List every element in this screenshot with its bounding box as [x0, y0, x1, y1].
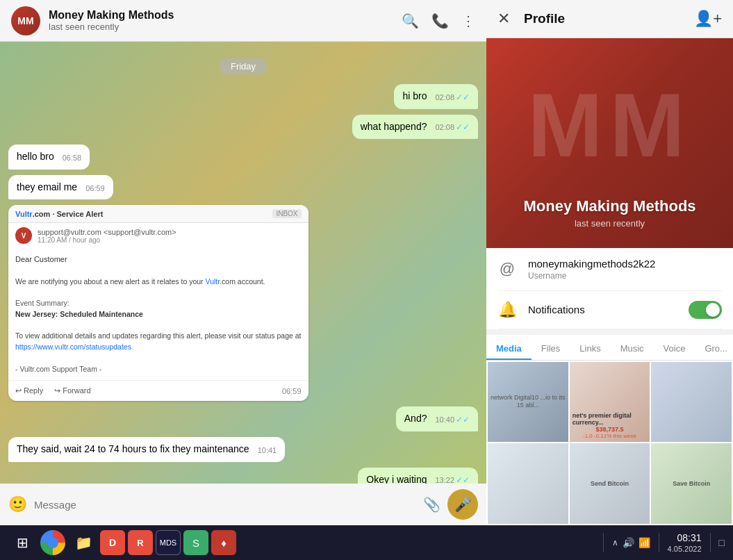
email-link[interactable]: https://www.vultr.com/statusupdates [15, 342, 302, 353]
taskbar-clock[interactable]: 08:31 4.05.2022 [668, 532, 702, 554]
message-row: And? 10:40 ✓✓ [8, 406, 478, 431]
tab-voice[interactable]: Voice [654, 335, 695, 360]
app6-icon[interactable]: S [183, 530, 208, 555]
search-icon[interactable]: 🔍 [402, 13, 419, 29]
media-thumb-text: Send Bitcoin [591, 480, 629, 487]
read-receipt: ✓✓ [456, 475, 470, 484]
message-text: They said, wait 24 to 74 hours to fix th… [17, 443, 249, 456]
files-app-icon[interactable]: 📁 [69, 529, 97, 557]
read-receipt: ✓✓ [456, 414, 470, 426]
email-intro: We are notifying you about a new alert a… [15, 277, 302, 288]
email-reply-button[interactable]: ↩ Reply [15, 386, 43, 395]
date-divider: Friday [8, 58, 478, 74]
profile-info-section: @ moneymakingmethods2k22 Username 🔔 Noti… [486, 248, 733, 329]
phone-icon[interactable]: 📞 [431, 13, 449, 29]
profile-panel: ✕ Profile 👤+ MM Money Making Methods las… [486, 0, 733, 525]
network-icon[interactable]: 📶 [639, 537, 650, 548]
media-thumb-price: $38,737.5 [595, 426, 623, 433]
close-icon[interactable]: ✕ [497, 10, 510, 28]
chat-header-icons: 🔍 📞 ⋮ [402, 13, 475, 29]
notifications-toggle[interactable] [689, 301, 722, 319]
email-summary: New Jersey: Scheduled Maintenance [15, 309, 302, 320]
media-thumb-text: net's premier digital currency... [573, 412, 648, 426]
email-details: To view additional details and updates r… [15, 331, 302, 342]
tab-links[interactable]: Links [570, 335, 610, 360]
app7-icon[interactable]: ♦ [211, 530, 236, 555]
message-row: what happend? 02:08 ✓✓ [8, 115, 478, 140]
chrome-app-icon[interactable] [39, 529, 67, 557]
message-bubble: They said, wait 24 to 74 hours to fix th… [8, 437, 285, 462]
taskbar-separator [603, 533, 604, 552]
mic-icon: 🎤 [454, 496, 472, 513]
media-item[interactable]: Send Bitcoin [570, 443, 650, 524]
clock-date: 4.05.2022 [668, 544, 702, 554]
message-row: they email me 06:59 [8, 175, 478, 200]
email-summary-label: Event Summary: [15, 298, 302, 309]
tab-files[interactable]: Files [532, 335, 570, 360]
email-footer: ↩ Reply ↪ Forward 06:59 [8, 380, 308, 401]
email-sender-info: support@vultr.com <support@vultr.com> 11… [38, 228, 176, 244]
message-bubble: Okey i waiting 13:22 ✓✓ [358, 468, 478, 484]
devtools-app-icon[interactable]: D [100, 530, 125, 555]
profile-title: Profile [524, 11, 694, 26]
media-item[interactable]: Save Bitcoin [651, 443, 732, 524]
windows-icon[interactable]: ⊞ [8, 529, 36, 557]
chat-header: MM Money Making Methods last seen recent… [0, 0, 486, 42]
media-thumb-text: Save Bitcoin [673, 480, 710, 487]
taskbar-separator2 [659, 533, 659, 552]
message-meta: 06:59 [85, 183, 105, 194]
profile-cover-status: last seen recently [575, 218, 645, 229]
notifications-row: 🔔 Notifications [497, 291, 722, 329]
tab-media[interactable]: Media [486, 335, 532, 360]
message-text: And? [404, 412, 427, 426]
media-item[interactable] [651, 362, 732, 443]
attach-icon[interactable]: 📎 [423, 496, 440, 513]
more-icon[interactable]: ⋮ [461, 13, 475, 29]
media-thumb-text: network Digital10 ...io to its 15 abl... [488, 391, 568, 413]
message-row: hi bro 02:08 ✓✓ [8, 84, 478, 109]
add-user-icon[interactable]: 👤+ [694, 10, 722, 28]
date-badge: Friday [220, 58, 267, 74]
taskbar: ⊞ 📁 D R MDS S ♦ ∧ 🔊 📶 08:31 4.05.2022 [0, 525, 733, 560]
chat-name: Money Making Methods [49, 9, 402, 22]
taskbar-right: ∧ 🔊 📶 08:31 4.05.2022 □ [600, 532, 725, 554]
notifications-info: Notifications [528, 304, 677, 315]
email-header-bar: Vultr.com · Service Alert INBOX [8, 205, 308, 223]
read-receipt: ✓✓ [456, 92, 470, 104]
message-text: they email me [17, 181, 77, 195]
username-label: Username [528, 271, 722, 281]
email-bubble-time: 06:59 [282, 387, 302, 395]
notifications-label: Notifications [528, 304, 677, 315]
email-signature: - Vultr.com Support Team - [15, 364, 302, 375]
email-forward-button[interactable]: ↪ Forward [54, 386, 90, 395]
show-desktop-icon[interactable]: □ [719, 537, 725, 548]
volume-icon[interactable]: 🔊 [623, 537, 634, 548]
message-meta: 13:22 ✓✓ [435, 475, 470, 484]
message-bubble: what happend? 02:08 ✓✓ [352, 115, 478, 140]
toggle-knob [706, 303, 720, 317]
app4-icon[interactable]: R [128, 530, 153, 555]
bell-icon: 🔔 [497, 301, 517, 319]
tab-groups[interactable]: Gro... [695, 335, 733, 360]
at-icon: @ [497, 260, 517, 278]
mic-button[interactable]: 🎤 [447, 489, 478, 520]
message-text: hello bro [17, 150, 54, 164]
media-item[interactable]: network Digital10 ...io to its 15 abl... [488, 362, 568, 443]
tab-music[interactable]: Music [611, 335, 654, 360]
app5-icon[interactable]: MDS [156, 530, 181, 555]
message-input[interactable] [34, 499, 416, 511]
message-meta: 02:08 ✓✓ [435, 92, 470, 104]
media-item[interactable] [488, 443, 568, 524]
taskbar-separator3 [710, 533, 711, 552]
system-tray: ∧ 🔊 📶 [612, 537, 650, 548]
message-text: Okey i waiting [366, 473, 427, 484]
emoji-icon[interactable]: 🙂 [8, 495, 27, 513]
media-grid: network Digital10 ...io to its 15 abl...… [486, 361, 733, 525]
media-item[interactable]: net's premier digital currency... $38,73… [570, 362, 650, 443]
chat-input-bar: 🙂 📎 🎤 [0, 484, 486, 525]
message-meta: 02:08 ✓✓ [435, 122, 470, 133]
username-row: @ moneymakingmethods2k22 Username [497, 248, 722, 291]
profile-cover: MM Money Making Methods last seen recent… [486, 38, 733, 248]
message-bubble: And? 10:40 ✓✓ [396, 406, 478, 431]
caret-icon[interactable]: ∧ [612, 538, 618, 547]
